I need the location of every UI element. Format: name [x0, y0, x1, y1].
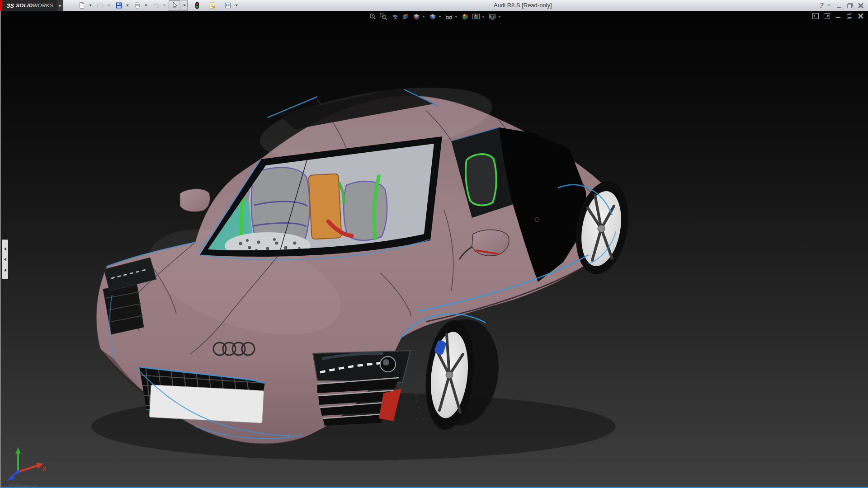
view-settings-dropdown[interactable] — [498, 16, 501, 18]
view-orientation-dropdown[interactable] — [422, 16, 425, 18]
select-dropdown[interactable] — [181, 0, 188, 11]
dropdown-arrow-icon — [89, 5, 92, 6]
window-controls: ? — [816, 0, 865, 10]
file-properties-button[interactable] — [207, 0, 218, 11]
open-dropdown[interactable] — [106, 0, 113, 11]
left-mirror — [180, 189, 210, 212]
previous-view-icon — [391, 13, 399, 21]
zoom-to-fit-icon — [369, 13, 377, 21]
side-intake[interactable] — [317, 378, 401, 426]
section-view-icon — [401, 13, 410, 21]
doc-restore-button[interactable] — [846, 13, 853, 19]
zoom-to-fit-button[interactable] — [368, 12, 377, 21]
dropdown-arrow-icon — [183, 5, 186, 6]
undo-arrow-icon — [152, 2, 160, 9]
hide-show-items-button[interactable] — [444, 12, 453, 21]
new-document-icon — [78, 2, 85, 9]
featuremanager-collapsed-tab[interactable] — [2, 239, 8, 279]
menu-expand-arrow[interactable]: ▸ — [57, 0, 63, 11]
view-settings-icon — [488, 13, 496, 21]
dropdown-arrow-icon — [163, 5, 166, 6]
brand-name-light: WORKS — [33, 3, 53, 8]
apply-scene-dropdown[interactable] — [482, 16, 485, 18]
windshield[interactable] — [199, 136, 442, 260]
previous-view-button[interactable] — [390, 12, 399, 21]
apply-scene-icon — [472, 13, 480, 21]
apply-scene-button[interactable] — [471, 12, 481, 21]
expand-right-pane-button[interactable] — [823, 13, 830, 19]
y-axis-arrow-icon — [15, 447, 21, 454]
display-style-button[interactable] — [428, 12, 437, 21]
headsup-view-toolbar — [368, 12, 502, 21]
view-orientation-button[interactable] — [411, 12, 421, 21]
collapse-arrow-icon — [4, 247, 6, 251]
dropdown-arrow-icon — [108, 5, 110, 6]
x-axis-label: X — [42, 466, 46, 472]
edit-appearance-button[interactable] — [460, 12, 470, 21]
collapse-left-pane-icon — [812, 13, 819, 19]
print-button[interactable] — [132, 0, 143, 11]
select-cursor-icon — [171, 2, 178, 9]
rebuild-traffic-light-icon — [193, 2, 201, 9]
open-folder-icon — [97, 2, 104, 9]
title-bar: ЗS SOLID WORKS ▸ — [0, 0, 868, 11]
orientation-triad: X — [5, 444, 48, 482]
brand-name-bold: SOLID — [16, 3, 33, 8]
doc-close-button[interactable] — [857, 13, 864, 19]
expand-right-pane-icon — [824, 13, 830, 19]
view-settings-button[interactable] — [487, 12, 497, 21]
edit-appearance-ball-icon — [461, 13, 469, 21]
print-icon — [134, 2, 141, 9]
options-dropdown[interactable] — [234, 0, 241, 11]
section-view-button[interactable] — [401, 12, 410, 21]
help-button[interactable]: ? — [816, 1, 826, 9]
doc-minimize-button[interactable] — [835, 13, 842, 19]
car-model[interactable] — [1, 11, 868, 488]
help-dropdown-arrow-icon[interactable] — [828, 5, 830, 6]
hide-show-items-dropdown[interactable] — [455, 16, 458, 18]
new-document-dropdown[interactable] — [88, 0, 94, 11]
restore-icon — [847, 3, 853, 8]
view-orientation-icon — [412, 13, 420, 21]
collapse-left-pane-button[interactable] — [812, 13, 819, 19]
doc-restore-icon — [847, 14, 852, 19]
zoom-to-area-icon — [380, 13, 388, 21]
collapse-arrow-icon — [4, 258, 6, 261]
zoom-to-area-button[interactable] — [379, 12, 388, 21]
options-checklist-icon — [224, 2, 231, 9]
graphics-area[interactable]: X *Dimetric — [0, 11, 868, 488]
collapse-arrow-icon — [4, 268, 6, 272]
print-dropdown[interactable] — [143, 0, 150, 11]
save-floppy-icon — [115, 2, 123, 9]
close-icon — [858, 3, 863, 8]
minimize-icon — [837, 7, 841, 8]
dropdown-arrow-icon — [126, 5, 129, 6]
undo-button[interactable] — [150, 0, 162, 11]
save-dropdown[interactable] — [125, 0, 132, 11]
close-button[interactable] — [856, 1, 865, 9]
menu-expand-arrow-icon: ▸ — [59, 3, 61, 8]
solidworks-logo[interactable]: ЗS SOLID WORKS — [2, 0, 57, 11]
minimize-button[interactable] — [835, 1, 844, 9]
open-button[interactable] — [94, 0, 106, 11]
document-window-controls — [812, 13, 864, 19]
select-button[interactable] — [169, 0, 180, 11]
display-style-icon — [429, 13, 437, 21]
license-plate[interactable] — [149, 385, 264, 423]
new-document-button[interactable] — [76, 0, 88, 11]
rebuild-button[interactable] — [191, 0, 203, 11]
dropdown-arrow-icon — [235, 5, 238, 6]
restore-button[interactable] — [845, 1, 854, 9]
save-button[interactable] — [113, 0, 125, 11]
doc-minimize-icon — [836, 17, 840, 18]
hide-show-items-glasses-icon — [445, 13, 453, 21]
help-icon: ? — [818, 2, 824, 9]
dropdown-arrow-icon — [145, 5, 147, 6]
doc-close-icon — [858, 13, 863, 19]
options-button[interactable] — [222, 0, 234, 11]
undo-dropdown[interactable] — [162, 0, 169, 11]
main-toolbar — [72, 0, 241, 10]
solidworks-logo-icon: ЗS — [6, 2, 14, 9]
display-style-dropdown[interactable] — [439, 16, 441, 18]
file-properties-icon — [209, 2, 216, 9]
